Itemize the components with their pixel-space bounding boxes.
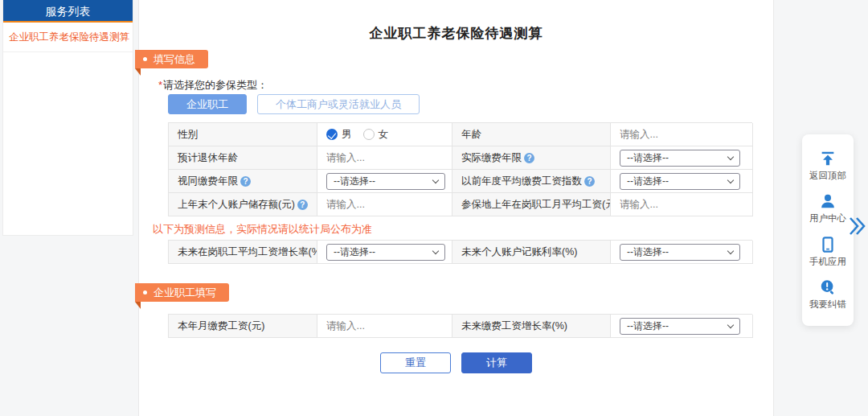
user-center-icon [819, 192, 837, 210]
wage-index-label: 以前年度平均缴费工资指数 ? [452, 170, 611, 193]
deemed-years-select[interactable]: --请选择-- [326, 173, 445, 190]
error-report-button[interactable]: 我要纠错 [809, 278, 846, 311]
wage-index-text: 以前年度平均缴费工资指数 [461, 175, 582, 188]
user-center-button[interactable]: 用户中心 [809, 192, 846, 224]
age-input[interactable] [620, 129, 746, 140]
future-wage-growth-select[interactable]: --请选择-- [326, 244, 445, 261]
mobile-app-icon [819, 236, 837, 253]
select-placeholder: --请选择-- [627, 175, 669, 188]
account-balance-input[interactable] [326, 199, 445, 210]
future-interest-label: 未来个人账户记账利率(%) [452, 241, 611, 264]
basic-info-table: 性别 男 女 年龄 预计退休年龄 实际缴费年限 ? --请选择-- [168, 122, 752, 216]
current-month-wage-label: 本年月缴费工资(元) [169, 315, 317, 338]
type-button-company[interactable]: 企业职工 [168, 94, 247, 114]
user-center-label: 用户中心 [809, 212, 846, 224]
reset-button[interactable]: 重置 [380, 352, 451, 373]
chevron-down-icon [727, 176, 734, 183]
sidebar-item-pension-calc[interactable]: 企业职工养老保险待遇测算 [3, 23, 133, 52]
forecast-table: 未来在岗职工平均工资增长率(%) --请选择-- 未来个人账户记账利率(%) -… [168, 240, 752, 264]
type-button-individual[interactable]: 个体工商户或灵活就业人员 [257, 94, 420, 114]
main-content-panel: 企业职工养老保险待遇测算 填写信息 *请选择您的参保类型： 企业职工 个体工商户… [138, 0, 774, 416]
mobile-app-button[interactable]: 手机应用 [809, 236, 846, 268]
chevron-down-icon [432, 247, 439, 253]
section-badge-company-fill: 企业职工填写 [135, 283, 229, 302]
radio-male-label[interactable]: 男 [342, 128, 352, 142]
insure-type-question: *请选择您的参保类型： [158, 78, 268, 93]
future-wage-growth-label: 未来在岗职工平均工资增长率(%) [169, 241, 317, 264]
error-report-icon [819, 278, 837, 296]
radio-female-label[interactable]: 女 [379, 128, 389, 142]
local-avg-wage-input[interactable] [620, 199, 746, 210]
sidebar-header: 服务列表 [3, 0, 133, 23]
select-placeholder: --请选择-- [627, 319, 669, 333]
required-asterisk: * [158, 79, 162, 91]
retire-age-label: 预计退休年龄 [169, 146, 317, 170]
deemed-years-label: 视同缴费年限 ? [169, 170, 317, 193]
chevron-down-icon [727, 247, 734, 253]
account-balance-label: 上年末个人账户储存额(元) ? [169, 193, 317, 216]
mobile-app-label: 手机应用 [809, 256, 846, 268]
bullet-icon [143, 57, 147, 61]
section-badge-label: 填写信息 [154, 53, 195, 65]
current-month-wage-input[interactable] [326, 320, 445, 332]
chevron-down-icon [727, 321, 734, 327]
local-avg-wage-label: 参保地上年在岗职工月平均工资(元) ? [452, 193, 611, 216]
radio-female-unchecked[interactable] [363, 129, 375, 140]
select-placeholder: --请选择-- [334, 245, 375, 259]
age-label: 年龄 [452, 123, 611, 146]
select-placeholder: --请选择-- [334, 175, 375, 188]
page-title: 企业职工养老保险待遇测算 [139, 24, 773, 43]
deemed-years-text: 视同缴费年限 [178, 175, 238, 188]
insure-type-label: 请选择您的参保类型： [163, 79, 268, 91]
actual-years-select[interactable]: --请选择-- [620, 150, 740, 167]
retire-age-input[interactable] [326, 152, 445, 163]
floating-toolbar: 返回顶部 用户中心 手机应用 我要纠错 [802, 134, 854, 326]
select-placeholder: --请选择-- [627, 245, 669, 259]
back-to-top-button[interactable]: 返回顶部 [809, 150, 846, 182]
radio-male-checked[interactable] [326, 129, 338, 140]
actual-years-label: 实际缴费年限 ? [452, 146, 611, 170]
toolbar-expand-button[interactable] [849, 216, 866, 240]
error-report-label: 我要纠错 [809, 299, 846, 311]
section-badge-fill-info: 填写信息 [135, 50, 208, 68]
help-icon[interactable]: ? [524, 153, 534, 163]
gender-radio-group: 男 女 [317, 123, 452, 146]
double-chevron-right-icon [849, 216, 866, 237]
gender-label: 性别 [169, 123, 317, 146]
local-avg-wage-text: 参保地上年在岗职工月平均工资(元) [461, 198, 611, 212]
actual-years-text: 实际缴费年限 [461, 151, 522, 165]
company-fill-table: 本年月缴费工资(元) 未来缴费工资增长率(%) --请选择-- [168, 314, 752, 338]
calculate-button[interactable]: 计算 [461, 352, 532, 373]
select-placeholder: --请选择-- [627, 151, 669, 165]
bullet-icon [143, 290, 147, 294]
back-to-top-label: 返回顶部 [809, 170, 846, 182]
chevron-down-icon [727, 153, 734, 159]
account-balance-text: 上年末个人账户储存额(元) [178, 198, 295, 212]
back-to-top-icon [819, 150, 837, 167]
future-interest-select[interactable]: --请选择-- [620, 244, 740, 261]
chevron-down-icon [432, 176, 439, 183]
insure-type-button-group: 企业职工 个体工商户或灵活就业人员 [168, 94, 420, 114]
wage-index-select[interactable]: --请选择-- [620, 173, 740, 190]
future-pay-growth-select[interactable]: --请选择-- [620, 318, 740, 335]
form-actions: 重置 计算 [139, 352, 773, 373]
help-icon[interactable]: ? [240, 176, 251, 187]
service-list-sidebar: 服务列表 企业职工养老保险待遇测算 [2, 0, 133, 236]
future-pay-growth-label: 未来缴费工资增长率(%) [452, 315, 611, 338]
forecast-notice: 以下为预测信息，实际情况请以统计局公布为准 [153, 222, 372, 237]
pension-calculator-page: 服务列表 企业职工养老保险待遇测算 企业职工养老保险待遇测算 填写信息 *请选择… [0, 0, 868, 416]
help-icon[interactable]: ? [584, 176, 595, 187]
section-badge-label: 企业职工填写 [154, 286, 216, 299]
help-icon[interactable]: ? [297, 200, 308, 210]
